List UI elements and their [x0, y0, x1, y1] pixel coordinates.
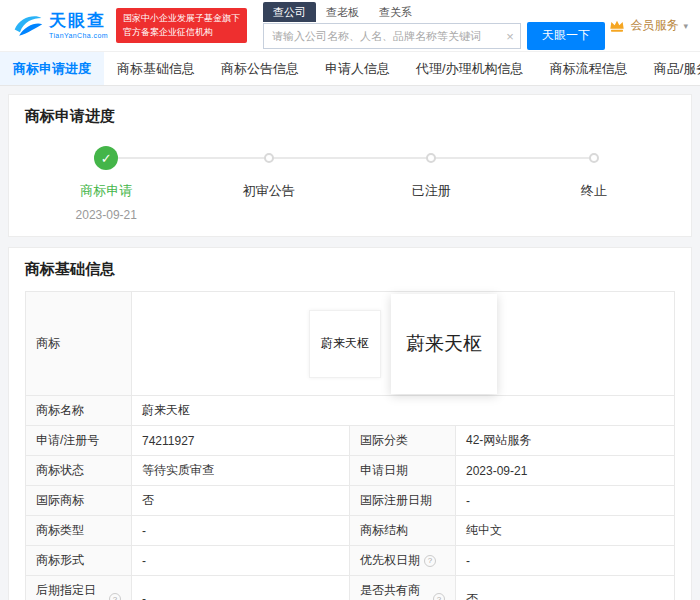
- basic-info-card-title: 商标基础信息: [25, 260, 675, 279]
- row-value-trademark-structure: 纯中文: [456, 516, 674, 546]
- progress-stepper: ✓ 商标申请 2023-09-21 初审公告 已注册 终止: [25, 146, 675, 224]
- search-input[interactable]: [263, 23, 521, 49]
- priority-date-label-text: 优先权日期: [360, 552, 420, 569]
- row-value-international-trademark: 否: [132, 486, 350, 516]
- progress-card-title: 商标申请进度: [25, 107, 675, 126]
- row-value-trademark-type: -: [132, 516, 350, 546]
- logo-text: 天眼查 TianYanCha.com: [49, 12, 108, 39]
- row-label-international-class: 国际分类: [350, 426, 456, 456]
- search-tab-relation[interactable]: 查关系: [369, 2, 422, 22]
- tab-trademark-progress[interactable]: 商标申请进度: [0, 52, 104, 85]
- pending-circle-icon: [426, 153, 436, 163]
- step-label: 终止: [581, 182, 607, 200]
- help-icon[interactable]: ?: [424, 555, 436, 567]
- row-label-trademark-type: 商标类型: [26, 516, 132, 546]
- logo-cn: 天眼查: [49, 12, 108, 29]
- page-content: 商标申请进度 ✓ 商标申请 2023-09-21 初审公告 已注册: [0, 86, 700, 600]
- row-value-collective-trademark: 否: [456, 576, 674, 600]
- row-label-trademark-structure: 商标结构: [350, 516, 456, 546]
- tab-trademark-flow[interactable]: 商标流程信息: [537, 52, 641, 85]
- member-services-label: 会员服务: [630, 17, 678, 34]
- later-designation-label-text: 后期指定日期: [36, 582, 105, 600]
- step-label: 商标申请: [80, 182, 132, 200]
- step-application: ✓ 商标申请 2023-09-21: [25, 146, 188, 222]
- tab-applicant-info[interactable]: 申请人信息: [312, 52, 403, 85]
- step-label: 初审公告: [243, 182, 295, 200]
- row-value-international-class: 42-网站服务: [456, 426, 674, 456]
- trademark-image-thumb[interactable]: 蔚来天枢: [309, 310, 381, 378]
- pending-circle-icon: [589, 153, 599, 163]
- row-label-priority-date: 优先权日期 ?: [350, 546, 456, 576]
- step-registered: 已注册: [350, 146, 513, 222]
- topbar: 天眼查 TianYanCha.com 国家中小企业发展子基金旗下 官方备案企业征…: [0, 0, 700, 52]
- basic-info-card: 商标基础信息 商标 蔚来天枢 蔚来天枢 商标名称 蔚来天枢 申请/注册号 742…: [8, 247, 692, 600]
- member-services[interactable]: 会员服务 ▾: [609, 17, 688, 34]
- search-type-tabs: 查公司 查老板 查关系: [263, 2, 605, 22]
- row-value-registration-number: 74211927: [132, 426, 350, 456]
- section-nav: 商标申请进度 商标基础信息 商标公告信息 申请人信息 代理/办理机构信息 商标流…: [0, 52, 700, 86]
- row-value-trademark-status: 等待实质审查: [132, 456, 350, 486]
- row-label-trademark-status: 商标状态: [26, 456, 132, 486]
- help-icon[interactable]: ?: [433, 593, 445, 600]
- row-label-collective-trademark: 是否共有商标 ?: [350, 576, 456, 600]
- row-label-trademark-name: 商标名称: [26, 396, 132, 426]
- check-circle-icon: ✓: [94, 146, 118, 170]
- row-value-later-designation-date: -: [132, 576, 350, 600]
- collective-trademark-label-text: 是否共有商标: [360, 582, 429, 600]
- search-tab-company[interactable]: 查公司: [263, 2, 316, 22]
- row-value-trademark-form: -: [132, 546, 350, 576]
- chevron-down-icon: ▾: [683, 21, 688, 31]
- row-label-trademark: 商标: [26, 292, 132, 396]
- trademark-image-preview-text: 蔚来天枢: [406, 331, 482, 357]
- help-icon[interactable]: ?: [109, 593, 121, 600]
- search-tab-boss[interactable]: 查老板: [316, 2, 369, 22]
- row-label-international-reg-date: 国际注册日期: [350, 486, 456, 516]
- trademark-basic-table: 商标 蔚来天枢 蔚来天枢 商标名称 蔚来天枢 申请/注册号 74211927 国…: [25, 291, 675, 600]
- trademark-image-thumb-text: 蔚来天枢: [321, 335, 369, 352]
- row-value-international-reg-date: -: [456, 486, 674, 516]
- logo-en: TianYanCha.com: [49, 32, 108, 39]
- trademark-image-preview: 蔚来天枢: [391, 294, 497, 394]
- row-label-international-trademark: 国际商标: [26, 486, 132, 516]
- trademark-image-cell: 蔚来天枢 蔚来天枢: [132, 292, 674, 396]
- tab-agency-info[interactable]: 代理/办理机构信息: [403, 52, 537, 85]
- tab-trademark-gazette[interactable]: 商标公告信息: [208, 52, 312, 85]
- slogan-line-2: 官方备案企业征信机构: [123, 26, 240, 40]
- crown-icon: [609, 19, 625, 33]
- progress-card: 商标申请进度 ✓ 商标申请 2023-09-21 初审公告 已注册: [8, 94, 692, 237]
- step-terminated: 终止: [513, 146, 676, 222]
- row-value-trademark-name: 蔚来天枢: [132, 396, 674, 426]
- tianyancha-logo[interactable]: 天眼查 TianYanCha.com: [12, 10, 108, 42]
- row-value-priority-date: -: [456, 546, 674, 576]
- tab-goods-services[interactable]: 商品/服务项目: [641, 52, 700, 85]
- search-row: × 天眼一下: [263, 22, 605, 50]
- search-area: 查公司 查老板 查关系 × 天眼一下: [263, 2, 605, 50]
- slogan-badge: 国家中小企业发展子基金旗下 官方备案企业征信机构: [116, 8, 247, 44]
- search-input-wrap: ×: [263, 23, 521, 49]
- step-date: 2023-09-21: [76, 208, 137, 222]
- step-preliminary-gazette: 初审公告: [188, 146, 351, 222]
- pending-circle-icon: [264, 153, 274, 163]
- row-label-trademark-form: 商标形式: [26, 546, 132, 576]
- row-label-registration-number: 申请/注册号: [26, 426, 132, 456]
- slogan-line-1: 国家中小企业发展子基金旗下: [123, 12, 240, 26]
- tianyancha-logo-icon: [12, 10, 44, 42]
- tab-trademark-basic[interactable]: 商标基础信息: [104, 52, 208, 85]
- clear-icon[interactable]: ×: [506, 29, 514, 42]
- row-label-application-date: 申请日期: [350, 456, 456, 486]
- step-label: 已注册: [412, 182, 451, 200]
- row-label-later-designation-date: 后期指定日期 ?: [26, 576, 132, 600]
- search-button[interactable]: 天眼一下: [527, 22, 605, 50]
- row-value-application-date: 2023-09-21: [456, 456, 674, 486]
